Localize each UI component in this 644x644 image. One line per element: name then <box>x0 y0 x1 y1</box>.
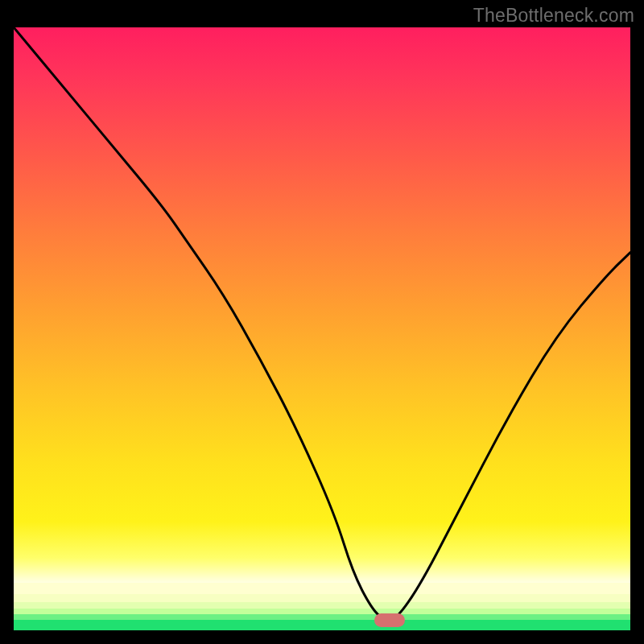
plot-area <box>14 27 630 630</box>
bottleneck-curve <box>14 27 630 630</box>
chart-frame: TheBottleneck.com <box>0 0 644 644</box>
optimal-marker <box>374 613 405 627</box>
watermark-text: TheBottleneck.com <box>473 5 634 27</box>
